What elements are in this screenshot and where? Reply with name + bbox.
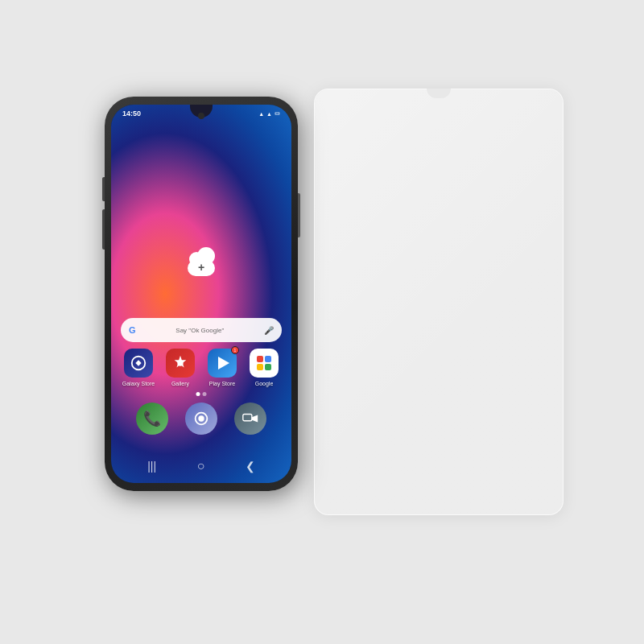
cloud-icon: + bbox=[181, 249, 221, 276]
volume-down-button bbox=[102, 209, 105, 250]
back-button[interactable]: ❮ bbox=[246, 460, 255, 473]
phone-body: 14:50 ▲ ▲ ▭ + bbox=[105, 97, 298, 491]
dock-phone[interactable]: 📞 bbox=[136, 402, 168, 435]
phone-screen: 14:50 ▲ ▲ ▭ + bbox=[111, 105, 291, 483]
nav-bar: ||| ○ ❮ bbox=[111, 459, 291, 473]
play-store-label: Play Store bbox=[209, 381, 235, 386]
front-camera bbox=[198, 113, 204, 119]
app-play-store[interactable]: 1 Play Store bbox=[204, 349, 241, 386]
app-gallery[interactable]: Gallery bbox=[162, 349, 199, 386]
dock-bixby[interactable] bbox=[185, 402, 217, 435]
dock-row: 📞 bbox=[111, 402, 291, 435]
svg-rect-4 bbox=[243, 415, 252, 421]
power-button bbox=[298, 193, 300, 237]
google-icon bbox=[250, 349, 279, 378]
google-label: Google bbox=[255, 381, 274, 386]
play-store-icon: 1 bbox=[208, 349, 237, 378]
gallery-label: Gallery bbox=[171, 381, 189, 386]
page-indicator bbox=[196, 392, 207, 396]
app-galaxy-store[interactable]: Galaxy Store bbox=[120, 349, 157, 386]
volume-up-button bbox=[102, 177, 105, 201]
product-scene: 14:50 ▲ ▲ ▭ + bbox=[0, 0, 644, 644]
glass-notch bbox=[427, 89, 451, 98]
cloud-plus-icon: + bbox=[198, 260, 204, 273]
cloud-widget: + bbox=[181, 249, 221, 276]
google-g-logo: G bbox=[129, 325, 136, 335]
status-time: 14:50 bbox=[122, 109, 141, 118]
mic-icon[interactable]: 🎤 bbox=[264, 326, 274, 335]
app-google[interactable]: Google bbox=[246, 349, 283, 386]
galaxy-store-label: Galaxy Store bbox=[122, 381, 155, 386]
search-placeholder: Say "Ok Google" bbox=[141, 327, 259, 334]
app-icons-row: Galaxy Store Gallery bbox=[111, 349, 291, 386]
battery-icon: ▭ bbox=[275, 110, 280, 117]
play-triangle-icon bbox=[218, 357, 229, 369]
play-store-badge: 1 bbox=[231, 346, 239, 354]
page-dot-1 bbox=[196, 392, 200, 396]
home-button[interactable]: ○ bbox=[197, 459, 205, 473]
signal-icon: ▲ bbox=[266, 111, 272, 117]
svg-point-3 bbox=[198, 415, 204, 421]
galaxy-store-icon bbox=[124, 349, 153, 378]
glass-protector bbox=[314, 89, 564, 515]
recent-button[interactable]: ||| bbox=[147, 460, 156, 473]
google-search-bar[interactable]: G Say "Ok Google" 🎤 bbox=[121, 318, 282, 342]
page-dot-2 bbox=[203, 392, 207, 396]
status-icons: ▲ ▲ ▭ bbox=[258, 110, 280, 117]
phone-device: 14:50 ▲ ▲ ▭ + bbox=[105, 97, 298, 491]
google-grid-icon bbox=[254, 353, 275, 374]
wifi-icon: ▲ bbox=[258, 111, 264, 117]
gallery-icon bbox=[166, 349, 195, 378]
dock-camera[interactable] bbox=[234, 402, 266, 435]
